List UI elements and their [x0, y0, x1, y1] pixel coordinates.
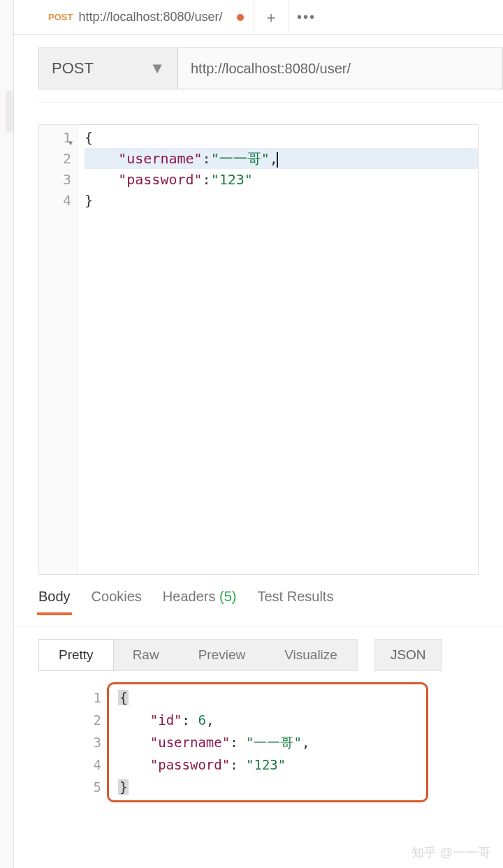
gutter-line: 1: [38, 686, 101, 709]
code-line[interactable]: {: [85, 127, 478, 148]
viewmode-preview[interactable]: Preview: [179, 640, 265, 670]
response-body-viewer: 12345 { "id": 6, "username": "一一哥", "pas…: [38, 684, 479, 798]
unsaved-dot-icon: [237, 14, 244, 21]
response-code-area[interactable]: { "id": 6, "username": "一一哥", "password"…: [108, 684, 479, 798]
gutter-line: 3: [38, 731, 101, 753]
tab-method-badge: POST: [48, 12, 73, 22]
code-line[interactable]: "username":"一一哥",: [85, 148, 478, 169]
text-cursor: [277, 152, 278, 168]
body-type-options-row: [38, 102, 503, 120]
tab-bar: POST http://localhost:8080/user/ ＋ •••: [14, 0, 503, 35]
response-viewmode-group: Pretty Raw Preview Visualize: [38, 639, 358, 671]
sidebar-handle[interactable]: [6, 91, 13, 133]
new-tab-button[interactable]: ＋: [254, 0, 289, 34]
caret-down-icon: ▼: [150, 59, 165, 78]
response-line[interactable]: "password": "123": [118, 753, 479, 776]
http-method-label: POST: [52, 59, 94, 78]
gutter-line: 3: [39, 169, 71, 190]
request-tab[interactable]: POST http://localhost:8080/user/: [38, 0, 254, 34]
viewmode-visualize[interactable]: Visualize: [265, 640, 357, 670]
gutter-line: 1▼: [39, 127, 71, 148]
response-tabs: Body Cookies Headers (5) Test Results: [14, 575, 503, 626]
tab-overflow-button[interactable]: •••: [289, 0, 324, 34]
response-line[interactable]: {: [118, 686, 479, 709]
viewmode-pretty[interactable]: Pretty: [38, 639, 114, 671]
response-line[interactable]: "username": "一一哥",: [118, 731, 479, 753]
gutter-line: 2: [39, 148, 71, 169]
response-line[interactable]: }: [118, 776, 479, 798]
request-body-editor[interactable]: 1▼234 { "username":"一一哥", "password":"12…: [38, 124, 479, 575]
gutter-line: 2: [38, 709, 101, 731]
response-headers-count: (5): [219, 589, 236, 604]
response-tab-headers[interactable]: Headers (5): [163, 589, 237, 615]
watermark-text: 知乎 @一一哥: [411, 844, 490, 861]
response-tab-headers-label: Headers: [163, 589, 216, 604]
editor-code-area[interactable]: { "username":"一一哥", "password":"123"}: [78, 125, 478, 574]
editor-gutter: 1▼234: [39, 125, 78, 574]
left-sidebar-sliver: [0, 0, 14, 868]
response-tab-body[interactable]: Body: [38, 589, 71, 615]
code-line[interactable]: "password":"123": [85, 169, 478, 190]
response-line[interactable]: "id": 6,: [118, 709, 479, 731]
response-tab-cookies[interactable]: Cookies: [92, 589, 142, 615]
response-gutter: 12345: [38, 684, 108, 798]
request-url-input[interactable]: [178, 47, 503, 89]
request-row: POST ▼: [14, 35, 503, 102]
http-method-select[interactable]: POST ▼: [38, 47, 178, 89]
code-line[interactable]: }: [85, 190, 478, 211]
gutter-line: 5: [38, 776, 101, 798]
gutter-line: 4: [39, 190, 71, 211]
viewmode-raw[interactable]: Raw: [113, 640, 179, 670]
tab-url-label: http://localhost:8080/user/: [78, 10, 222, 24]
response-viewmode-row: Pretty Raw Preview Visualize JSON: [14, 626, 503, 684]
gutter-line: 4: [38, 753, 101, 776]
response-tab-testresults[interactable]: Test Results: [257, 589, 333, 615]
response-format-select[interactable]: JSON: [374, 639, 442, 671]
